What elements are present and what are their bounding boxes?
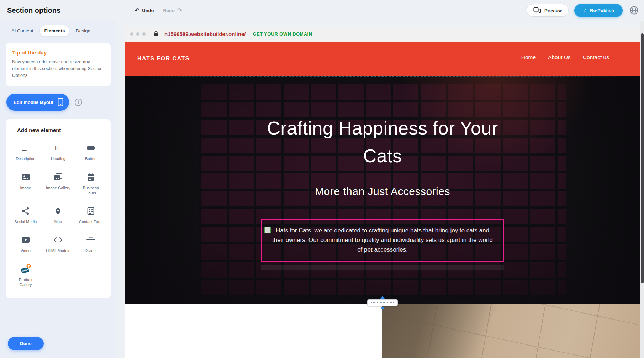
globe-icon: [629, 5, 639, 15]
republish-button[interactable]: ✓ Re-Publish: [574, 4, 623, 17]
undo-icon: ↶: [134, 7, 139, 14]
paragraph-selection-box[interactable]: Hats for Cats, we are dedicated to craft…: [261, 219, 504, 262]
business-hours-icon: [86, 172, 95, 183]
element-heading[interactable]: T t Heading: [42, 142, 75, 161]
sidebar-divider: [6, 329, 110, 329]
divider-icon: [86, 234, 95, 246]
edit-mobile-layout-button[interactable]: Edit mobile layout: [6, 94, 69, 111]
devices-icon: [533, 7, 541, 13]
edit-mobile-label: Edit mobile layout: [14, 100, 53, 105]
element-contact-form[interactable]: Contact Form: [74, 205, 107, 224]
nav-home[interactable]: Home: [521, 54, 536, 63]
next-section-white-area: [125, 304, 382, 358]
element-button[interactable]: Button: [74, 142, 107, 161]
sidebar-bottom: Done: [6, 329, 111, 358]
paragraph-shadow: [261, 265, 504, 270]
redo-icon: ↷: [177, 7, 182, 14]
get-domain-link[interactable]: GET YOUR OWN DOMAIN: [253, 31, 312, 37]
map-icon: [54, 205, 62, 217]
lock-icon: [153, 31, 159, 37]
site-page: HATS FOR CATS Home About Us Contact us .…: [125, 42, 640, 358]
resize-arrow-up-icon: [380, 296, 385, 299]
drag-handle[interactable]: [264, 227, 271, 233]
nav-about-us[interactable]: About Us: [548, 54, 571, 63]
main-content: AI Content Elements Design Tip of the da…: [0, 21, 644, 358]
site-logo[interactable]: HATS FOR CATS: [137, 56, 190, 62]
site-preview-window: n1566589.websitebuilder.online/ GET YOUR…: [125, 26, 640, 358]
preview-button[interactable]: Preview: [527, 4, 569, 17]
tab-ai-content[interactable]: AI Content: [7, 25, 37, 36]
app-window: Section options ↶ Undo Redo ↷ Preview: [0, 0, 644, 358]
window-dot: [136, 32, 139, 36]
browser-bar: n1566589.websitebuilder.online/ GET YOUR…: [125, 26, 640, 42]
sidebar-tabs: AI Content Elements Design: [6, 23, 111, 39]
hero-heading[interactable]: Crafting Happiness for Your Cats: [262, 114, 503, 170]
window-dot: [142, 32, 146, 36]
mobile-layout-row: Edit mobile layout i: [6, 94, 111, 111]
element-social-media[interactable]: Social Media: [9, 205, 42, 224]
page-title: Section options: [0, 6, 125, 15]
resize-pill: [367, 299, 398, 306]
tab-design[interactable]: Design: [72, 25, 94, 36]
site-header: HATS FOR CATS Home About Us Contact us .…: [125, 42, 640, 76]
window-dot: [130, 32, 133, 36]
section-options-sidebar: AI Content Elements Design Tip of the da…: [0, 21, 116, 358]
image-gallery-icon: [53, 172, 63, 183]
element-business-hours[interactable]: Business Hours: [74, 172, 107, 196]
element-divider[interactable]: Divider: [74, 234, 107, 253]
next-section-preview: [125, 304, 640, 358]
element-map[interactable]: Map: [42, 205, 75, 224]
info-icon[interactable]: i: [75, 99, 82, 106]
tab-elements[interactable]: Elements: [39, 25, 69, 37]
element-image[interactable]: Image: [9, 172, 42, 196]
redo-label: Redo: [163, 8, 175, 13]
resize-arrow-down-icon: [380, 307, 385, 310]
tip-title: Tip of the day:: [12, 49, 104, 56]
canvas-scrollbar[interactable]: [640, 21, 644, 358]
check-icon: ✓: [583, 8, 587, 13]
phone-icon: [58, 98, 63, 106]
hero-subheading[interactable]: More than Just Accessories: [315, 185, 450, 198]
site-nav: Home About Us Contact us ...: [521, 53, 628, 65]
svg-text:T: T: [54, 144, 58, 152]
element-grid: Description T t Heading: [9, 142, 107, 287]
hero-paragraph[interactable]: Hats for Cats, we are dedicated to craft…: [271, 226, 493, 255]
nav-contact-us[interactable]: Contact us: [583, 54, 609, 63]
redo-button[interactable]: Redo ↷: [163, 7, 182, 14]
image-icon: [21, 172, 30, 183]
svg-text:t: t: [58, 146, 60, 151]
hero-section-selected[interactable]: Crafting Happiness for Your Cats More th…: [125, 76, 640, 304]
undo-label: Undo: [142, 8, 154, 13]
tip-of-the-day-card: Tip of the day: Now you can add, move an…: [6, 43, 111, 86]
topbar: Section options ↶ Undo Redo ↷ Preview: [0, 0, 644, 21]
editor-canvas: n1566589.websitebuilder.online/ GET YOUR…: [116, 21, 644, 358]
undo-button[interactable]: ↶ Undo: [134, 7, 154, 14]
description-icon: [21, 142, 30, 154]
product-gallery-icon: SHOP: [20, 263, 31, 275]
add-element-title: Add new element: [9, 127, 107, 133]
tip-body: Now you can add, move and resize any ele…: [12, 59, 104, 79]
social-media-icon: [21, 205, 30, 217]
scrollbar-thumb[interactable]: [641, 33, 644, 283]
add-element-card: Add new element Description: [6, 119, 111, 298]
html-module-icon: [53, 234, 63, 246]
republish-label: Re-Publish: [590, 8, 614, 13]
element-image-gallery[interactable]: Image Gallery: [42, 172, 75, 196]
site-url[interactable]: n1566589.websitebuilder.online/: [164, 31, 246, 37]
history-controls: ↶ Undo Redo ↷: [134, 7, 182, 14]
heading-icon: T t: [53, 142, 63, 154]
element-product-gallery[interactable]: SHOP Product Gallery: [9, 263, 42, 288]
button-icon: [86, 142, 95, 154]
element-html-module[interactable]: HTML Module: [42, 234, 75, 253]
contact-form-icon: [86, 205, 95, 217]
element-video[interactable]: Video: [9, 234, 42, 253]
video-icon: [21, 234, 30, 246]
section-resize-handle[interactable]: [367, 296, 398, 310]
language-globe-button[interactable]: [629, 5, 639, 15]
preview-label: Preview: [544, 8, 562, 13]
element-description[interactable]: Description: [9, 142, 42, 161]
done-button[interactable]: Done: [8, 337, 44, 350]
next-section-floor-image: [382, 304, 640, 358]
nav-more[interactable]: ...: [621, 53, 628, 65]
resize-dotted-line: [371, 302, 394, 303]
